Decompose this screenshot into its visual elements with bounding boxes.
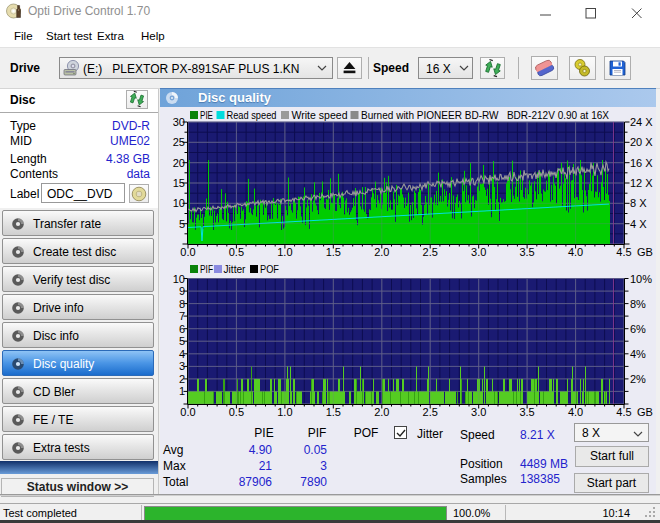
svg-text:4: 4 bbox=[179, 348, 185, 360]
svg-text:25: 25 bbox=[173, 136, 185, 148]
svg-text:3.5: 3.5 bbox=[519, 246, 534, 258]
svg-text:4.0: 4.0 bbox=[568, 246, 583, 258]
svg-text:PIF: PIF bbox=[200, 263, 213, 275]
svg-text:9: 9 bbox=[179, 285, 185, 297]
svg-text:4.0: 4.0 bbox=[568, 406, 583, 418]
svg-text:Write speed: Write speed bbox=[292, 109, 348, 121]
svg-text:10: 10 bbox=[173, 197, 185, 209]
svg-text:6%: 6% bbox=[630, 323, 646, 335]
svg-text:30: 30 bbox=[173, 116, 185, 128]
svg-text:2: 2 bbox=[179, 373, 185, 385]
svg-text:4%: 4% bbox=[630, 348, 646, 360]
svg-text:1.5: 1.5 bbox=[326, 406, 341, 418]
svg-text:Burned with PIONEER BD-RW BD: Burned with PIONEER BD-RW BDR-212V 0.90 … bbox=[361, 109, 610, 121]
svg-text:24 X: 24 X bbox=[630, 116, 653, 128]
svg-text:2.5: 2.5 bbox=[423, 406, 438, 418]
svg-text:3.5: 3.5 bbox=[519, 406, 534, 418]
svg-text:10: 10 bbox=[173, 273, 185, 285]
svg-text:2.0: 2.0 bbox=[374, 406, 389, 418]
svg-text:20 X: 20 X bbox=[630, 136, 653, 148]
svg-text:Jitter: Jitter bbox=[224, 263, 246, 275]
svg-text:16 X: 16 X bbox=[630, 157, 653, 169]
svg-text:2.0: 2.0 bbox=[374, 246, 389, 258]
svg-text:2%: 2% bbox=[630, 373, 646, 385]
svg-text:8%: 8% bbox=[630, 298, 646, 310]
svg-text:GB: GB bbox=[637, 246, 653, 258]
svg-text:3: 3 bbox=[179, 360, 185, 372]
svg-text:1.0: 1.0 bbox=[277, 246, 292, 258]
svg-text:0.0: 0.0 bbox=[180, 406, 195, 418]
svg-text:PIE: PIE bbox=[200, 109, 213, 121]
svg-text:12 X: 12 X bbox=[630, 177, 653, 189]
svg-text:0.5: 0.5 bbox=[229, 406, 244, 418]
svg-text:5: 5 bbox=[179, 218, 185, 230]
svg-text:20: 20 bbox=[173, 157, 185, 169]
svg-text:4.5: 4.5 bbox=[616, 406, 631, 418]
svg-text:GB: GB bbox=[637, 406, 653, 418]
svg-text:Read speed: Read speed bbox=[227, 109, 277, 121]
svg-text:15: 15 bbox=[173, 177, 185, 189]
svg-text:2.5: 2.5 bbox=[423, 246, 438, 258]
svg-text:4 X: 4 X bbox=[630, 218, 647, 230]
svg-text:0.5: 0.5 bbox=[229, 246, 244, 258]
svg-text:5: 5 bbox=[179, 335, 185, 347]
svg-text:0.0: 0.0 bbox=[180, 246, 195, 258]
svg-text:8 X: 8 X bbox=[630, 197, 647, 209]
svg-text:POF: POF bbox=[260, 263, 279, 275]
svg-text:4.5: 4.5 bbox=[616, 246, 631, 258]
svg-text:3.0: 3.0 bbox=[471, 406, 486, 418]
svg-text:1: 1 bbox=[179, 385, 185, 397]
svg-text:8: 8 bbox=[179, 298, 185, 310]
svg-text:3.0: 3.0 bbox=[471, 246, 486, 258]
svg-text:7: 7 bbox=[179, 310, 185, 322]
svg-text:10%: 10% bbox=[630, 273, 652, 285]
svg-text:1.5: 1.5 bbox=[326, 246, 341, 258]
svg-text:1.0: 1.0 bbox=[277, 406, 292, 418]
svg-text:6: 6 bbox=[179, 323, 185, 335]
